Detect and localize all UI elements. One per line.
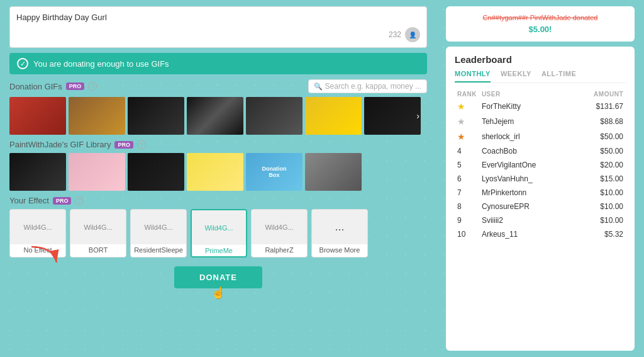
table-row: 8CynosureEPR$10.00 bbox=[455, 200, 626, 213]
effect-label-2: ResidentSleepe bbox=[131, 244, 186, 256]
tab-monthly[interactable]: MONTHLY bbox=[455, 70, 491, 82]
col-user: USER bbox=[479, 89, 572, 99]
user-cell: LyosVanHuhn_ bbox=[479, 172, 572, 186]
gif-library-help-icon[interactable]: ? bbox=[137, 140, 146, 149]
col-rank: RANK bbox=[455, 89, 479, 99]
gif-next-arrow-icon: › bbox=[416, 111, 419, 121]
your-effect-section: Your Effect PRO ? Wild4G... No Effect Wi… bbox=[9, 196, 427, 258]
amount-cell: $10.00 bbox=[572, 200, 626, 213]
message-box: Happy Birthday Day Gurl 232 👤 bbox=[9, 6, 427, 48]
leaderboard-table: RANK USER AMOUNT ★ForTheKitty$131.67★Teh… bbox=[455, 89, 626, 241]
gif-thumb-5[interactable] bbox=[246, 97, 303, 135]
amount-cell: $15.00 bbox=[572, 172, 626, 186]
gif-library-row: DonationBox bbox=[9, 153, 427, 191]
effect-item-browse[interactable]: ... Browse More bbox=[311, 209, 368, 258]
gold-star-icon: ★ bbox=[457, 101, 465, 111]
leaderboard-title: Leaderboard bbox=[455, 54, 626, 65]
your-effect-help-icon[interactable]: ? bbox=[75, 196, 84, 205]
user-cell: CynosureEPR bbox=[479, 200, 572, 213]
lib-gif-4[interactable] bbox=[187, 153, 243, 191]
effect-thumb-0: Wild4G... bbox=[10, 210, 65, 244]
amount-cell: $10.00 bbox=[572, 186, 626, 200]
donation-gifs-pro-badge: PRO bbox=[66, 82, 85, 90]
check-circle-icon bbox=[17, 58, 28, 69]
effect-item-1[interactable]: Wild4G... BORT bbox=[70, 209, 126, 258]
amount-cell: $50.00 bbox=[572, 144, 626, 158]
amount-cell: $50.00 bbox=[572, 129, 626, 144]
rank-cell: ★ bbox=[455, 114, 479, 129]
user-cell: MrPinkertonn bbox=[479, 186, 572, 200]
gif-thumb-4[interactable] bbox=[187, 97, 243, 135]
effect-row: Wild4G... No Effect Wild4G... BORT Wild4… bbox=[9, 209, 427, 258]
table-row: 6LyosVanHuhn_$15.00 bbox=[455, 172, 626, 186]
gif-library-header: PaintWithJade's GIF Library PRO ? bbox=[9, 140, 427, 149]
right-panel: Cn##tygam##r PintWithJade donated $5.00!… bbox=[436, 0, 644, 357]
donate-button[interactable]: DONATE bbox=[174, 266, 262, 288]
lib-gif-6[interactable] bbox=[305, 153, 362, 191]
your-effect-header: Your Effect PRO ? bbox=[9, 196, 427, 205]
left-panel: Happy Birthday Day Gurl 232 👤 You are do… bbox=[0, 0, 436, 357]
rank-cell: 7 bbox=[455, 186, 479, 200]
rank-cell: 4 bbox=[455, 144, 479, 158]
user-cell: sherlock_irl bbox=[479, 129, 572, 144]
your-effect-title: Your Effect bbox=[9, 196, 49, 205]
donation-gifs-title: Donation GIFs bbox=[9, 82, 62, 91]
gif-thumb-7[interactable]: › bbox=[364, 97, 421, 135]
donate-notice: You are donating enough to use GIFs bbox=[9, 53, 427, 74]
message-footer: 232 👤 bbox=[16, 27, 420, 42]
rank-cell: 8 bbox=[455, 200, 479, 213]
tab-weekly[interactable]: WEEKLY bbox=[501, 70, 531, 82]
table-row: 5EverVigilantOne$20.00 bbox=[455, 158, 626, 172]
effect-label-browse: Browse More bbox=[312, 244, 367, 256]
char-count: 232 bbox=[389, 30, 401, 39]
lib-gif-1[interactable] bbox=[9, 153, 66, 191]
effect-thumb-3: Wild4G... bbox=[192, 210, 246, 245]
table-row: ★sherlock_irl$50.00 bbox=[455, 129, 626, 144]
effect-thumb-2: Wild4G... bbox=[131, 210, 186, 244]
lib-gif-5[interactable]: DonationBox bbox=[246, 153, 303, 191]
table-row: 4CoachBob$50.00 bbox=[455, 144, 626, 158]
gif-thumb-2[interactable] bbox=[69, 97, 125, 135]
notification-strikethrough: Cn##tygam##r PintWithJade donated bbox=[452, 13, 628, 23]
cursor-icon: ☝ bbox=[211, 286, 225, 300]
notification-amount: $5.00! bbox=[452, 23, 628, 36]
gif-thumb-3[interactable] bbox=[128, 97, 184, 135]
leaderboard-card: Leaderboard MONTHLY WEEKLY ALL-TIME RANK… bbox=[446, 47, 635, 351]
gif-thumb-1[interactable] bbox=[9, 97, 66, 135]
rank-cell: 5 bbox=[455, 158, 479, 172]
gif-thumb-6[interactable] bbox=[305, 97, 362, 135]
red-arrow-icon bbox=[28, 244, 66, 271]
user-cell: EverVigilantOne bbox=[479, 158, 572, 172]
lib-gif-3[interactable] bbox=[128, 153, 184, 191]
donation-gifs-section: Donation GIFs PRO ? 🔍 Search e.g. kappa,… bbox=[9, 79, 427, 135]
table-row: 9Sviiiii2$10.00 bbox=[455, 213, 626, 227]
gif-library-section: PaintWithJade's GIF Library PRO ? Donati… bbox=[9, 140, 427, 191]
orange-star-icon: ★ bbox=[457, 132, 465, 142]
user-cell: Sviiiii2 bbox=[479, 213, 572, 227]
effect-item-2[interactable]: Wild4G... ResidentSleepe bbox=[130, 209, 187, 258]
effect-label-3: PrimeMe bbox=[192, 245, 246, 256]
donation-notification: Cn##tygam##r PintWithJade donated $5.00! bbox=[446, 6, 635, 42]
amount-cell: $20.00 bbox=[572, 158, 626, 172]
effect-item-3[interactable]: Wild4G... PrimeMe bbox=[191, 209, 247, 258]
your-effect-pro-badge: PRO bbox=[53, 197, 72, 205]
rank-cell: ★ bbox=[455, 99, 479, 114]
rank-cell: 9 bbox=[455, 213, 479, 227]
amount-cell: $131.67 bbox=[572, 99, 626, 114]
message-text: Happy Birthday Day Gurl bbox=[16, 12, 420, 23]
donation-gifs-header: Donation GIFs PRO ? 🔍 Search e.g. kappa,… bbox=[9, 79, 427, 93]
leaderboard-tabs: MONTHLY WEEKLY ALL-TIME bbox=[455, 70, 626, 83]
user-cell: Arkeus_11 bbox=[479, 227, 572, 241]
lib-gif-2[interactable] bbox=[69, 153, 125, 191]
gray-star-icon: ★ bbox=[457, 116, 465, 127]
rank-cell: 6 bbox=[455, 172, 479, 186]
effect-thumb-browse: ... bbox=[312, 210, 367, 244]
rank-cell: 10 bbox=[455, 227, 479, 241]
tab-alltime[interactable]: ALL-TIME bbox=[541, 70, 576, 82]
donation-gifs-search[interactable]: 🔍 Search e.g. kappa, money ... bbox=[308, 79, 427, 93]
effect-item-4[interactable]: Wild4G... RalpherZ bbox=[251, 209, 308, 258]
table-row: 10Arkeus_11$5.32 bbox=[455, 227, 626, 241]
effect-label-4: RalpherZ bbox=[252, 244, 307, 256]
table-row: 7MrPinkertonn$10.00 bbox=[455, 186, 626, 200]
donation-gifs-help-icon[interactable]: ? bbox=[88, 82, 97, 91]
